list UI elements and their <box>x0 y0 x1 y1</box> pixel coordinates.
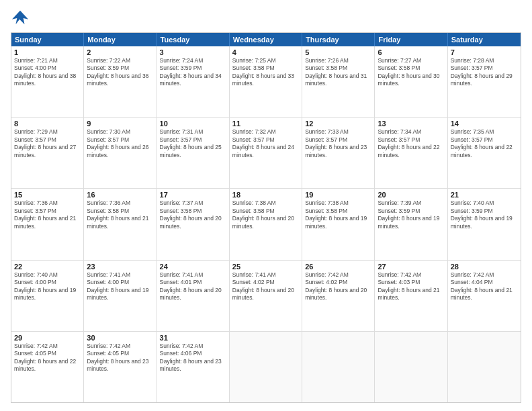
day-info: Sunrise: 7:38 AMSunset: 3:58 PMDaylight:… <box>232 199 299 230</box>
day-number: 25 <box>232 263 299 271</box>
day-info: Sunrise: 7:33 AMSunset: 3:57 PMDaylight:… <box>305 128 371 159</box>
day-info: Sunrise: 7:41 AMSunset: 4:02 PMDaylight:… <box>232 271 299 302</box>
calendar-cell: 3Sunrise: 7:24 AMSunset: 3:59 PMDaylight… <box>157 46 230 117</box>
day-number: 10 <box>160 120 226 128</box>
calendar-cell <box>375 332 447 402</box>
calendar-cell: 16Sunrise: 7:36 AMSunset: 3:58 PMDayligh… <box>84 189 157 259</box>
calendar-cell: 19Sunrise: 7:38 AMSunset: 3:58 PMDayligh… <box>302 189 375 259</box>
weekday-header: Monday <box>84 33 157 46</box>
day-number: 9 <box>87 120 153 128</box>
day-info: Sunrise: 7:21 AMSunset: 4:00 PMDaylight:… <box>14 57 81 88</box>
day-number: 19 <box>305 191 371 199</box>
day-info: Sunrise: 7:30 AMSunset: 3:57 PMDaylight:… <box>87 128 153 159</box>
calendar-body: 1Sunrise: 7:21 AMSunset: 4:00 PMDaylight… <box>11 46 521 402</box>
day-number: 4 <box>232 48 299 56</box>
day-info: Sunrise: 7:42 AMSunset: 4:03 PMDaylight:… <box>378 271 444 302</box>
day-info: Sunrise: 7:42 AMSunset: 4:05 PMDaylight:… <box>14 342 81 373</box>
weekday-header: Wednesday <box>230 33 302 46</box>
calendar-cell: 22Sunrise: 7:40 AMSunset: 4:00 PMDayligh… <box>11 261 84 331</box>
day-info: Sunrise: 7:34 AMSunset: 3:57 PMDaylight:… <box>378 128 444 159</box>
calendar-cell: 26Sunrise: 7:42 AMSunset: 4:02 PMDayligh… <box>302 261 375 331</box>
calendar-cell: 20Sunrise: 7:39 AMSunset: 3:59 PMDayligh… <box>375 189 447 259</box>
day-info: Sunrise: 7:42 AMSunset: 4:06 PMDaylight:… <box>160 342 226 373</box>
calendar-row: 22Sunrise: 7:40 AMSunset: 4:00 PMDayligh… <box>11 261 521 332</box>
calendar-cell: 1Sunrise: 7:21 AMSunset: 4:00 PMDaylight… <box>11 46 84 117</box>
day-info: Sunrise: 7:24 AMSunset: 3:59 PMDaylight:… <box>160 57 226 88</box>
day-info: Sunrise: 7:39 AMSunset: 3:59 PMDaylight:… <box>378 199 444 230</box>
day-number: 13 <box>378 120 444 128</box>
calendar-row: 1Sunrise: 7:21 AMSunset: 4:00 PMDaylight… <box>11 46 521 118</box>
day-info: Sunrise: 7:31 AMSunset: 3:57 PMDaylight:… <box>160 128 226 159</box>
day-number: 5 <box>305 48 371 56</box>
calendar-cell: 4Sunrise: 7:25 AMSunset: 3:58 PMDaylight… <box>230 46 302 117</box>
day-number: 7 <box>451 48 518 56</box>
calendar-cell <box>448 332 521 402</box>
weekday-header: Friday <box>375 33 447 46</box>
day-info: Sunrise: 7:27 AMSunset: 3:58 PMDaylight:… <box>378 57 444 88</box>
day-number: 14 <box>451 120 518 128</box>
day-info: Sunrise: 7:38 AMSunset: 3:58 PMDaylight:… <box>305 199 371 230</box>
calendar-cell: 14Sunrise: 7:35 AMSunset: 3:57 PMDayligh… <box>448 118 521 188</box>
day-info: Sunrise: 7:28 AMSunset: 3:57 PMDaylight:… <box>451 57 518 88</box>
calendar-cell: 29Sunrise: 7:42 AMSunset: 4:05 PMDayligh… <box>11 332 84 402</box>
calendar-cell: 25Sunrise: 7:41 AMSunset: 4:02 PMDayligh… <box>230 261 302 331</box>
day-number: 1 <box>14 48 81 56</box>
day-number: 12 <box>305 120 371 128</box>
calendar: SundayMondayTuesdayWednesdayThursdayFrid… <box>11 32 521 403</box>
calendar-cell: 21Sunrise: 7:40 AMSunset: 3:59 PMDayligh… <box>448 189 521 259</box>
calendar-header: SundayMondayTuesdayWednesdayThursdayFrid… <box>11 33 521 46</box>
calendar-row: 15Sunrise: 7:36 AMSunset: 3:57 PMDayligh… <box>11 189 521 260</box>
calendar-cell <box>302 332 375 402</box>
day-info: Sunrise: 7:26 AMSunset: 3:58 PMDaylight:… <box>305 57 371 88</box>
calendar-cell: 18Sunrise: 7:38 AMSunset: 3:58 PMDayligh… <box>230 189 302 259</box>
day-info: Sunrise: 7:42 AMSunset: 4:05 PMDaylight:… <box>87 342 153 373</box>
calendar-row: 29Sunrise: 7:42 AMSunset: 4:05 PMDayligh… <box>11 332 521 402</box>
day-info: Sunrise: 7:32 AMSunset: 3:57 PMDaylight:… <box>232 128 299 159</box>
day-info: Sunrise: 7:37 AMSunset: 3:58 PMDaylight:… <box>160 199 226 230</box>
weekday-header: Tuesday <box>157 33 230 46</box>
day-info: Sunrise: 7:41 AMSunset: 4:01 PMDaylight:… <box>160 271 226 302</box>
day-number: 18 <box>232 191 299 199</box>
logo <box>11 8 32 27</box>
calendar-row: 8Sunrise: 7:29 AMSunset: 3:57 PMDaylight… <box>11 118 521 189</box>
day-number: 28 <box>451 263 518 271</box>
calendar-cell: 30Sunrise: 7:42 AMSunset: 4:05 PMDayligh… <box>84 332 157 402</box>
day-info: Sunrise: 7:22 AMSunset: 3:59 PMDaylight:… <box>87 57 153 88</box>
day-number: 15 <box>14 191 81 199</box>
calendar-cell: 2Sunrise: 7:22 AMSunset: 3:59 PMDaylight… <box>84 46 157 117</box>
calendar-cell: 17Sunrise: 7:37 AMSunset: 3:58 PMDayligh… <box>157 189 230 259</box>
calendar-cell: 10Sunrise: 7:31 AMSunset: 3:57 PMDayligh… <box>157 118 230 188</box>
calendar-cell: 11Sunrise: 7:32 AMSunset: 3:57 PMDayligh… <box>230 118 302 188</box>
calendar-cell: 6Sunrise: 7:27 AMSunset: 3:58 PMDaylight… <box>375 46 447 117</box>
day-number: 16 <box>87 191 153 199</box>
day-number: 21 <box>451 191 518 199</box>
calendar-cell: 12Sunrise: 7:33 AMSunset: 3:57 PMDayligh… <box>302 118 375 188</box>
calendar-cell: 27Sunrise: 7:42 AMSunset: 4:03 PMDayligh… <box>375 261 447 331</box>
page: SundayMondayTuesdayWednesdayThursdayFrid… <box>0 0 532 411</box>
day-number: 29 <box>14 334 81 342</box>
weekday-header: Thursday <box>302 33 375 46</box>
day-number: 3 <box>160 48 226 56</box>
day-number: 6 <box>378 48 444 56</box>
calendar-cell: 15Sunrise: 7:36 AMSunset: 3:57 PMDayligh… <box>11 189 84 259</box>
day-info: Sunrise: 7:40 AMSunset: 3:59 PMDaylight:… <box>451 199 518 230</box>
day-info: Sunrise: 7:41 AMSunset: 4:00 PMDaylight:… <box>87 271 153 302</box>
day-info: Sunrise: 7:29 AMSunset: 3:57 PMDaylight:… <box>14 128 81 159</box>
day-info: Sunrise: 7:36 AMSunset: 3:57 PMDaylight:… <box>14 199 81 230</box>
calendar-cell: 23Sunrise: 7:41 AMSunset: 4:00 PMDayligh… <box>84 261 157 331</box>
day-number: 11 <box>232 120 299 128</box>
calendar-cell: 13Sunrise: 7:34 AMSunset: 3:57 PMDayligh… <box>375 118 447 188</box>
calendar-cell <box>230 332 302 402</box>
svg-marker-0 <box>12 11 28 25</box>
day-number: 22 <box>14 263 81 271</box>
day-number: 31 <box>160 334 226 342</box>
logo-icon <box>11 8 30 27</box>
day-info: Sunrise: 7:42 AMSunset: 4:02 PMDaylight:… <box>305 271 371 302</box>
calendar-cell: 24Sunrise: 7:41 AMSunset: 4:01 PMDayligh… <box>157 261 230 331</box>
weekday-header: Saturday <box>448 33 521 46</box>
day-number: 26 <box>305 263 371 271</box>
day-number: 30 <box>87 334 153 342</box>
day-number: 8 <box>14 120 81 128</box>
day-number: 2 <box>87 48 153 56</box>
calendar-cell: 28Sunrise: 7:42 AMSunset: 4:04 PMDayligh… <box>448 261 521 331</box>
